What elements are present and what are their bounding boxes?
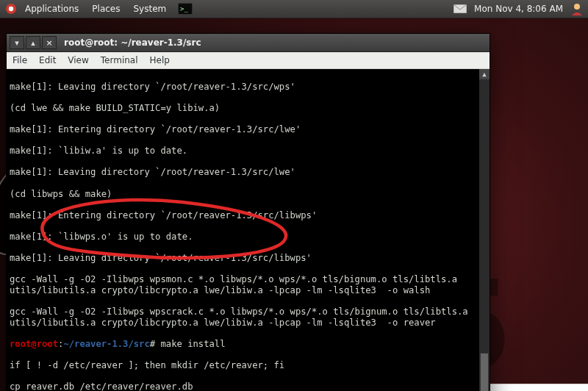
gnome-top-panel: Applications Places System >_ Mon Nov 4,…	[0, 0, 588, 18]
menu-view[interactable]: View	[62, 55, 94, 65]
term-prompt-line: root@root:~/reaver-1.3/src# make install	[10, 339, 476, 350]
term-line: (cd lwe && make BUILD_STATIC=y libiw.a)	[10, 103, 476, 114]
term-line: make[1]: Entering directory `/root/reave…	[10, 124, 476, 135]
menu-terminal[interactable]: Terminal	[95, 55, 144, 65]
svg-point-6	[574, 4, 580, 10]
terminal-menubar: File Edit View Terminal Help	[7, 52, 490, 69]
applications-menu[interactable]: Applications	[19, 4, 85, 14]
scroll-up-icon[interactable]: ▲	[479, 69, 490, 79]
term-line: make[1]: `libiw.a' is up to date.	[10, 146, 476, 157]
scroll-thumb[interactable]	[480, 353, 489, 391]
svg-text:>_: >_	[180, 5, 188, 12]
term-line: gcc -Wall -g -O2 -Ilibwps wpsmon.c *.o l…	[10, 274, 476, 295]
prompt-user: root@root	[10, 339, 58, 349]
clock[interactable]: Mon Nov 4, 8:06 AM	[474, 4, 563, 14]
close-button[interactable]: ×	[42, 36, 57, 49]
term-line: (cd libwps && make)	[10, 189, 476, 200]
maximize-button[interactable]: ▴	[26, 36, 40, 49]
prompt-path: ~/reaver-1.3/src	[63, 339, 149, 349]
terminal-launcher-icon[interactable]: >_	[178, 3, 193, 15]
minimize-button[interactable]: ▾	[10, 36, 24, 49]
terminal-body[interactable]: make[1]: Leaving directory `/root/reaver…	[7, 69, 490, 391]
menu-help[interactable]: Help	[144, 55, 176, 65]
term-line: make[1]: `libwps.o' is up to date.	[10, 232, 476, 243]
term-line: make[1]: Leaving directory `/root/reaver…	[10, 253, 476, 264]
menu-file[interactable]: File	[7, 55, 33, 65]
terminal-scrollbar[interactable]: ▲ ▼	[478, 69, 490, 391]
term-line: make[1]: Entering directory `/root/reave…	[10, 210, 476, 221]
term-line: make[1]: Leaving directory `/root/reaver…	[10, 167, 476, 178]
terminal-window: ▾ ▴ × root@root: ~/reaver-1.3/src File E…	[6, 33, 490, 391]
places-menu[interactable]: Places	[86, 4, 126, 14]
term-line: if [ ! -d /etc/reaver ]; then mkdir /etc…	[10, 360, 476, 371]
term-line: make[1]: Leaving directory `/root/reaver…	[10, 82, 476, 93]
system-menu[interactable]: System	[127, 4, 172, 14]
typed-command: make install	[160, 339, 225, 349]
menu-edit[interactable]: Edit	[33, 55, 62, 65]
scroll-track[interactable]	[479, 79, 490, 391]
user-menu-icon[interactable]	[570, 2, 584, 15]
mail-icon[interactable]	[453, 4, 467, 13]
desktop: 5 k|track Floppy Drive Network − ▾ ▴ × r…	[0, 18, 588, 391]
term-line: cp reaver.db /etc/reaver/reaver.db	[10, 381, 476, 391]
window-title: root@root: ~/reaver-1.3/src	[60, 37, 490, 48]
distro-icon[interactable]	[4, 2, 18, 15]
term-line: gcc -Wall -g -O2 -Ilibwps wpscrack.c *.o…	[10, 306, 476, 328]
svg-point-1	[9, 7, 13, 11]
terminal-titlebar[interactable]: ▾ ▴ × root@root: ~/reaver-1.3/src	[7, 34, 490, 52]
